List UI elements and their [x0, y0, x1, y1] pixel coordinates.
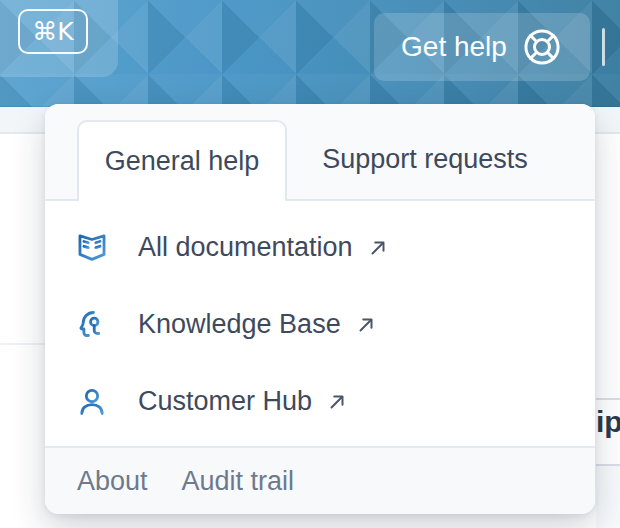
external-link-arrow-icon: [355, 314, 377, 336]
about-link[interactable]: About: [77, 466, 148, 497]
menu-item-label: All documentation: [138, 232, 353, 263]
get-help-button[interactable]: Get help: [374, 13, 590, 81]
external-link-arrow-icon: [326, 391, 348, 413]
screen: ipb ⌘K Get help: [0, 0, 620, 528]
search-shortcut-container[interactable]: ⌘K: [0, 0, 118, 77]
menu-item-label: Customer Hub: [138, 386, 312, 417]
help-menu-list: All documentation: [45, 201, 595, 440]
background-table-header: [596, 466, 620, 528]
background-table-border: [596, 464, 620, 466]
menu-item-customer-hub[interactable]: Customer Hub: [45, 363, 595, 440]
cmd-k-shortcut-badge[interactable]: ⌘K: [18, 9, 88, 54]
audit-trail-link[interactable]: Audit trail: [182, 466, 295, 497]
background-table-border: [596, 398, 620, 400]
menu-item-all-documentation[interactable]: All documentation: [45, 209, 595, 286]
tab-support-requests-label: Support requests: [322, 144, 528, 175]
menu-item-label: Knowledge Base: [138, 309, 341, 340]
book-icon: [75, 231, 109, 265]
help-tab-bar: General help Support requests: [45, 104, 595, 201]
background-clipped-heading: ipb: [596, 405, 620, 439]
tab-general-help[interactable]: General help: [77, 120, 287, 201]
top-navigation-bar: ⌘K Get help: [0, 0, 620, 107]
background-divider: [0, 343, 45, 345]
menu-item-knowledge-base[interactable]: Knowledge Base: [45, 286, 595, 363]
lifebuoy-icon: [521, 26, 563, 68]
external-link-arrow-icon: [367, 237, 389, 259]
person-icon: [75, 385, 109, 419]
tab-general-help-label: General help: [105, 146, 260, 177]
help-panel-footer: About Audit trail: [45, 446, 595, 514]
topbar-separator: [602, 28, 605, 66]
get-help-label: Get help: [401, 31, 507, 63]
help-dropdown-panel: General help Support requests: [45, 104, 595, 514]
tab-support-requests[interactable]: Support requests: [310, 120, 540, 199]
head-idea-icon: [75, 308, 109, 342]
